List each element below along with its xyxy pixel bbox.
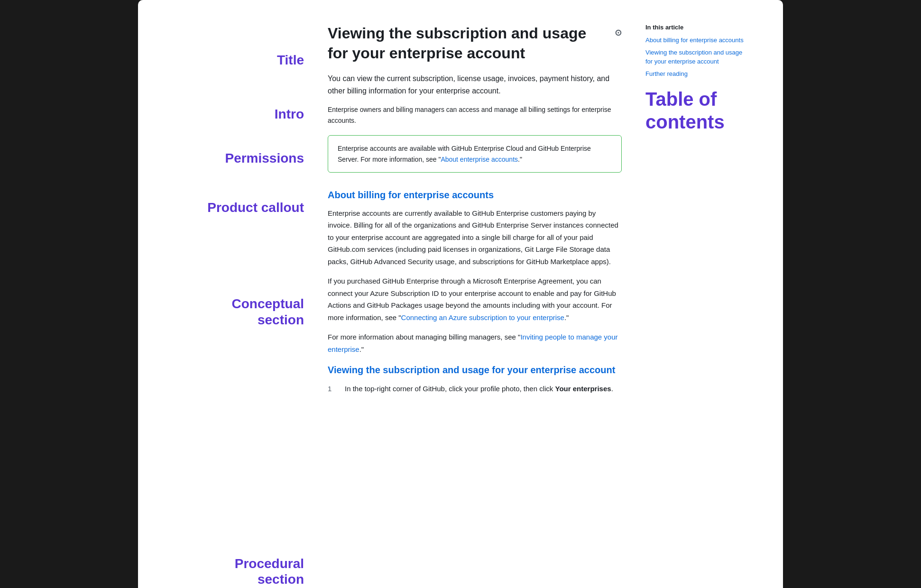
step-number-1: 1 <box>328 383 337 395</box>
annotation-callout: Product callout <box>157 200 304 216</box>
product-callout: Enterprise accounts are available with G… <box>328 135 622 173</box>
annotation-procedural: Proceduralsection <box>157 556 304 588</box>
conceptual-heading[interactable]: About billing for enterprise accounts <box>328 190 622 201</box>
proc-step-1: 1 In the top-right corner of GitHub, cli… <box>328 383 622 395</box>
annotation-title: Title <box>157 52 304 68</box>
procedural-heading[interactable]: Viewing the subscription and usage for y… <box>328 365 622 376</box>
toc-column: In this article About billing for enterp… <box>636 24 759 588</box>
toc-table-of: Table of <box>645 88 759 110</box>
conceptual-paragraph-2: If you purchased GitHub Enterprise throu… <box>328 275 622 323</box>
toc-link-1[interactable]: About billing for enterprise accounts <box>645 36 759 45</box>
permissions-paragraph: Enterprise owners and billing managers c… <box>328 104 622 126</box>
procedural-steps-list: 1 In the top-right corner of GitHub, cli… <box>328 383 622 395</box>
annotation-conceptual: Conceptualsection <box>157 296 304 328</box>
article-content: Viewing the subscription and usage for y… <box>313 24 636 588</box>
intro-paragraph: You can view the current subscription, l… <box>328 73 622 97</box>
print-icon[interactable]: ⊙ <box>615 28 622 38</box>
conceptual-paragraph-1: Enterprise accounts are currently availa… <box>328 207 622 268</box>
procedural-section: Viewing the subscription and usage for y… <box>328 365 622 395</box>
step-1-text: In the top-right corner of GitHub, click… <box>345 383 613 395</box>
azure-link[interactable]: Connecting an Azure subscription to your… <box>401 313 564 322</box>
annotation-intro: Intro <box>157 106 304 122</box>
article-title-text: Viewing the subscription and usage for y… <box>328 24 610 63</box>
toc-contents: contents <box>645 110 759 133</box>
callout-text-after: ." <box>518 156 522 163</box>
annotation-permissions: Permissions <box>157 150 304 166</box>
main-window: Title Intro Permissions Product callout … <box>138 0 783 588</box>
conceptual-paragraph-3: For more information about managing bill… <box>328 331 622 355</box>
article-title-container: Viewing the subscription and usage for y… <box>328 24 622 63</box>
callout-link[interactable]: About enterprise accounts <box>441 156 518 163</box>
toc-link-2[interactable]: Viewing the subscription and usagefor yo… <box>645 48 759 66</box>
toc-in-article-label: In this article <box>645 24 759 31</box>
toc-link-3[interactable]: Further reading <box>645 69 759 79</box>
conceptual-section: About billing for enterprise accounts En… <box>328 190 622 356</box>
inviting-link[interactable]: Inviting people to manage your enterpris… <box>328 333 618 353</box>
annotation-column: Title Intro Permissions Product callout … <box>157 24 313 588</box>
toc-title-annotation: Table of contents <box>645 88 759 133</box>
